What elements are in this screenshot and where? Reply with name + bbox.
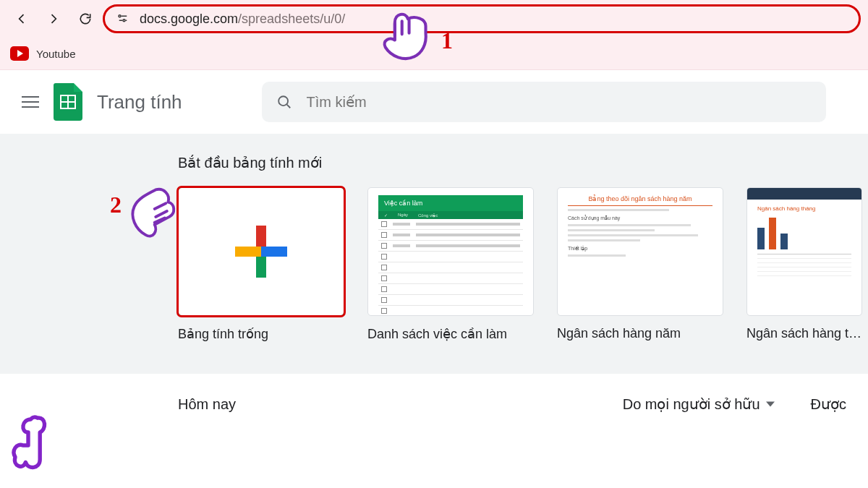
template-blank[interactable]: 2 <box>178 187 344 342</box>
browser-chrome: docs.google.com/spreadsheets/u/0/ 1 <box>0 0 868 70</box>
back-button[interactable] <box>7 4 36 33</box>
annotation-hand-1 <box>375 6 434 68</box>
recent-bar: Hôm nay Do mọi người sở hữu Được <box>0 374 868 435</box>
address-bar[interactable]: docs.google.com/spreadsheets/u/0/ <box>103 4 861 33</box>
template-label: Bảng tính trống <box>178 326 344 342</box>
forward-button[interactable] <box>39 4 68 33</box>
gallery-title: Bắt đầu bảng tính mới <box>178 154 868 171</box>
sheets-logo-icon[interactable] <box>54 83 82 121</box>
annotation-hand-2 <box>123 181 179 249</box>
url-text: docs.google.com/spreadsheets/u/0/ <box>140 12 345 27</box>
template-gallery: Bắt đầu bảng tính mới 2 <box>0 134 868 374</box>
caret-down-icon <box>766 400 775 408</box>
site-info-icon[interactable] <box>116 12 129 25</box>
youtube-icon <box>10 46 29 61</box>
annotation-number-1: 1 <box>441 27 453 54</box>
template-annual-budget[interactable]: Bảng theo dõi ngân sách hàng năm Cách sử… <box>557 187 723 342</box>
svg-point-0 <box>119 15 121 17</box>
template-monthly-budget[interactable]: Ngân sách hàng tháng Ngân sách hàng thán… <box>746 187 862 342</box>
watermark-icon <box>9 413 61 478</box>
template-todo[interactable]: Việc cần làm ✓NgàyCông việc <box>367 187 534 342</box>
app-title: Trang tính <box>97 91 182 114</box>
search-bar[interactable] <box>262 82 826 122</box>
svg-point-1 <box>123 20 125 22</box>
main-menu-button[interactable] <box>22 96 39 108</box>
reload-button[interactable] <box>71 4 100 33</box>
template-label: Ngân sách hàng tháng <box>746 326 862 341</box>
search-icon <box>276 94 292 110</box>
recent-heading: Hôm nay <box>178 396 236 413</box>
bookmark-label: Youtube <box>36 48 76 60</box>
svg-point-2 <box>278 96 288 106</box>
bookmarks-bar: Youtube <box>0 38 868 69</box>
owner-filter-label: Do mọi người sở hữu <box>623 395 760 413</box>
plus-icon <box>235 226 287 278</box>
annotation-number-2: 2 <box>110 192 122 218</box>
search-input[interactable] <box>307 94 812 111</box>
owner-filter[interactable]: Do mọi người sở hữu <box>623 395 775 413</box>
template-label: Ngân sách hàng năm <box>557 326 723 341</box>
recent-right-label: Được <box>811 395 846 413</box>
app-header: Trang tính <box>0 70 868 134</box>
template-label: Danh sách việc cần làm <box>367 326 534 342</box>
bookmark-youtube[interactable]: Youtube <box>10 46 76 61</box>
